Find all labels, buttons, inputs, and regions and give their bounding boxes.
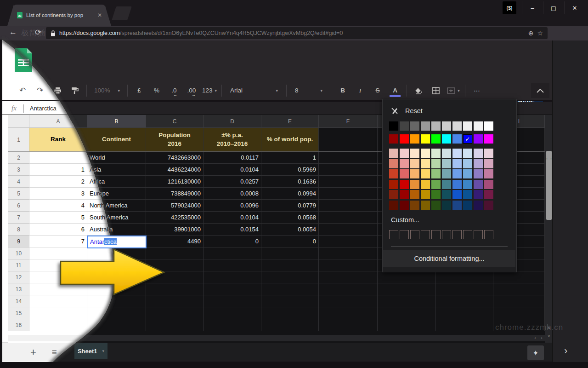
format-percent-button[interactable]: % xyxy=(150,84,164,98)
custom-color-slot[interactable] xyxy=(431,230,441,239)
empty-cell[interactable] xyxy=(493,283,545,295)
color-swatch-666666[interactable] xyxy=(410,121,419,131)
empty-cell[interactable] xyxy=(29,307,87,319)
custom-color-slot[interactable] xyxy=(389,230,398,239)
color-swatch-c9daf8[interactable] xyxy=(452,149,462,158)
row-header-3[interactable]: 3 xyxy=(8,164,29,176)
color-swatch-3d85c6[interactable] xyxy=(463,180,472,189)
color-swatch-c27ba0[interactable] xyxy=(484,169,493,178)
empty-cell[interactable] xyxy=(319,295,378,307)
color-swatch-bf9000[interactable] xyxy=(421,190,430,199)
cell-A9[interactable]: 7 xyxy=(29,236,87,247)
zoom-page-icon[interactable]: ⊕ xyxy=(528,29,534,37)
empty-cell[interactable] xyxy=(146,259,204,271)
cell-D8[interactable]: 0.0154 xyxy=(204,224,261,236)
cell-E8[interactable]: 0.0054 xyxy=(261,224,319,236)
empty-cell[interactable] xyxy=(435,319,493,331)
empty-cell[interactable] xyxy=(493,307,545,319)
cell-D7[interactable]: 0.0104 xyxy=(204,212,261,224)
color-swatch-ffd966[interactable] xyxy=(421,169,430,178)
cell-A7[interactable]: 5 xyxy=(29,212,87,224)
color-swatch-f6b26b[interactable] xyxy=(410,169,419,178)
cell-F7[interactable] xyxy=(319,212,378,224)
increase-decimals-button[interactable]: .00→ xyxy=(185,84,198,98)
row-header-5[interactable]: 5 xyxy=(8,188,29,200)
color-swatch-6aa84f[interactable] xyxy=(431,180,441,189)
color-swatch-674ea7[interactable] xyxy=(474,180,483,189)
all-sheets-button[interactable]: ≡ xyxy=(52,347,57,357)
row-header-15[interactable]: 15 xyxy=(8,307,29,319)
empty-cell[interactable] xyxy=(204,283,261,295)
empty-cell[interactable] xyxy=(319,283,378,295)
custom-color-slot[interactable] xyxy=(421,230,430,239)
column-header-E[interactable]: E xyxy=(261,115,319,128)
empty-cell[interactable] xyxy=(435,295,493,307)
cell-B4[interactable]: Africa xyxy=(87,176,146,188)
empty-cell[interactable] xyxy=(261,259,319,271)
window-close-button[interactable]: ✕ xyxy=(564,1,585,14)
cell-D5[interactable]: 0.0008 xyxy=(204,188,261,200)
cell-A2[interactable]: — xyxy=(29,152,87,164)
column-header-A[interactable]: A xyxy=(29,115,87,128)
cell-B3[interactable]: Asia xyxy=(87,164,146,176)
color-swatch-274e13[interactable] xyxy=(431,201,441,210)
color-swatch-a61c00[interactable] xyxy=(389,180,398,189)
color-swatch-b4a7d6[interactable] xyxy=(474,159,483,168)
empty-cell[interactable] xyxy=(29,283,87,295)
color-swatch-cfe2f3[interactable] xyxy=(463,149,472,158)
cell-C4[interactable]: 1216130000 xyxy=(146,176,204,188)
color-swatch-45818e[interactable] xyxy=(442,180,451,189)
color-swatch-ea9999[interactable] xyxy=(400,159,409,168)
cell-E6[interactable]: 0.0779 xyxy=(261,200,319,212)
color-swatch-76a5af[interactable] xyxy=(442,169,451,178)
color-swatch-999999[interactable] xyxy=(421,121,430,131)
empty-cell[interactable] xyxy=(378,319,435,331)
color-swatch-cc0000[interactable] xyxy=(400,180,409,189)
empty-cell[interactable] xyxy=(319,319,378,331)
color-swatch-f1c232[interactable] xyxy=(421,180,430,189)
color-swatch-ff0000[interactable] xyxy=(400,134,409,144)
color-swatch-dd7e6b[interactable] xyxy=(389,159,398,168)
url-field[interactable]: https://docs.google.com/spreadsheets/d/1… xyxy=(46,27,548,39)
empty-cell[interactable] xyxy=(319,271,378,283)
more-formats-button[interactable]: 123▾ xyxy=(202,84,217,98)
header-cell-E1[interactable]: % of world pop. xyxy=(261,128,319,152)
custom-color-slot[interactable] xyxy=(410,230,419,239)
color-swatch-5b0f00[interactable] xyxy=(389,201,398,210)
custom-color-slot[interactable] xyxy=(474,230,483,239)
cell-C7[interactable]: 422535000 xyxy=(146,212,204,224)
color-swatch-38761d[interactable] xyxy=(431,190,441,199)
column-header-B[interactable]: B xyxy=(87,115,146,128)
custom-color-slot[interactable] xyxy=(442,230,451,239)
color-swatch-ff9900[interactable] xyxy=(410,134,419,144)
empty-cell[interactable] xyxy=(87,247,146,259)
cell-E2[interactable]: 1 xyxy=(261,152,319,164)
color-swatch-e6b8af[interactable] xyxy=(389,149,398,158)
empty-cell[interactable] xyxy=(319,128,378,152)
italic-button[interactable]: I xyxy=(353,84,367,98)
empty-cell[interactable] xyxy=(378,271,435,283)
color-swatch-e69138[interactable] xyxy=(410,180,419,189)
cell-E5[interactable]: 0.0994 xyxy=(261,188,319,200)
fill-color-button[interactable] xyxy=(412,84,425,98)
cell-A5[interactable]: 3 xyxy=(29,188,87,200)
empty-cell[interactable] xyxy=(146,319,204,331)
row-header-1[interactable]: 1 xyxy=(8,128,29,152)
empty-cell[interactable] xyxy=(87,259,146,271)
cell-B6[interactable]: North America xyxy=(87,200,146,212)
scroll-right-button[interactable]: › xyxy=(538,335,545,341)
cell-F4[interactable] xyxy=(319,176,378,188)
empty-cell[interactable] xyxy=(204,319,261,331)
cell-D2[interactable]: 0.0117 xyxy=(204,152,261,164)
bold-button[interactable]: B xyxy=(336,84,350,98)
empty-cell[interactable] xyxy=(29,247,87,259)
header-cell-A1[interactable]: Rank xyxy=(29,128,87,152)
scroll-left-button[interactable]: ‹ xyxy=(532,335,538,341)
empty-cell[interactable] xyxy=(493,271,545,283)
tab-close-icon[interactable]: ✕ xyxy=(97,12,102,18)
empty-cell[interactable] xyxy=(261,307,319,319)
color-swatch-fff2cc[interactable] xyxy=(421,149,430,158)
empty-cell[interactable] xyxy=(204,271,261,283)
empty-cell[interactable] xyxy=(146,271,204,283)
corner-select-all[interactable] xyxy=(8,115,29,128)
